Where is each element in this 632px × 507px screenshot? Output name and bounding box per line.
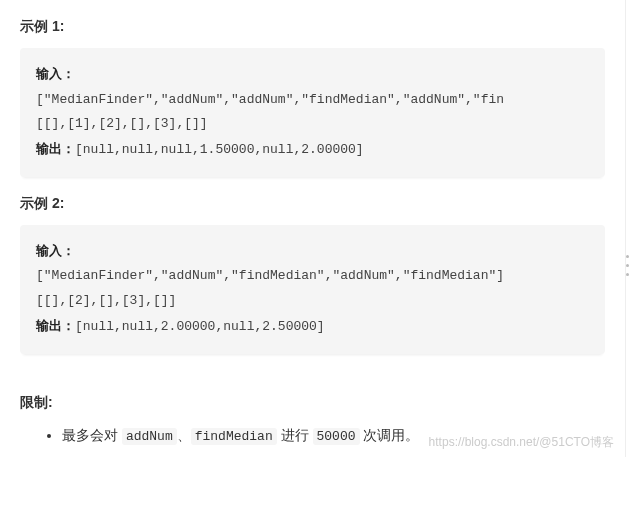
example-1-input-line-1: ["MedianFinder","addNum","addNum","findM… (36, 88, 589, 113)
code-50000: 50000 (313, 428, 360, 445)
decorative-dots (626, 255, 629, 276)
example-1-input-line-2: [[],[1],[2],[],[3],[]] (36, 112, 589, 137)
limits-title: 限制: (20, 394, 605, 412)
example-2-output-line: 输出：[null,null,2.00000,null,2.50000] (36, 314, 589, 340)
example-2-code-block: 输入： ["MedianFinder","addNum","findMedian… (20, 225, 605, 354)
example-1-code-block: 输入： ["MedianFinder","addNum","addNum","f… (20, 48, 605, 177)
limits-list: 最多会对 addNum、findMedian 进行 50000 次调用。 (20, 424, 605, 448)
example-1-input-label: 输入： (36, 62, 589, 88)
example-2-input-line-2: [[],[2],[],[3],[]] (36, 289, 589, 314)
document-content: 示例 1: 输入： ["MedianFinder","addNum","addN… (0, 0, 626, 457)
example-1-title: 示例 1: (20, 18, 605, 36)
example-2-title: 示例 2: (20, 195, 605, 213)
code-findmedian: findMedian (191, 428, 277, 445)
limits-item: 最多会对 addNum、findMedian 进行 50000 次调用。 (62, 424, 605, 448)
code-addnum: addNum (122, 428, 177, 445)
example-2-input-line-1: ["MedianFinder","addNum","findMedian","a… (36, 264, 589, 289)
example-1-output-line: 输出：[null,null,null,1.50000,null,2.00000] (36, 137, 589, 163)
example-2-input-label: 输入： (36, 239, 589, 265)
